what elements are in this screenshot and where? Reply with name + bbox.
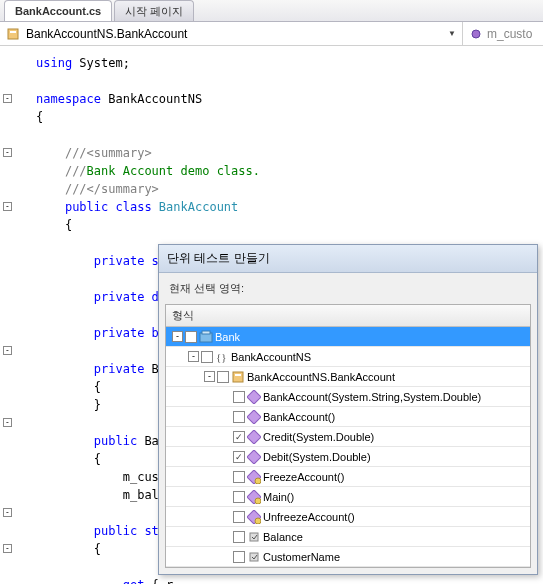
- tree-label: BankAccountNS.BankAccount: [247, 371, 395, 383]
- tree-row[interactable]: Debit(System.Double): [166, 447, 530, 467]
- tree-checkbox[interactable]: [233, 411, 245, 423]
- type-tree[interactable]: -Bank-BankAccountNS-BankAccountNS.BankAc…: [166, 327, 530, 567]
- tree-checkbox[interactable]: [233, 491, 245, 503]
- class-dropdown[interactable]: BankAccountNS.BankAccount ▼: [0, 22, 463, 45]
- tree-label: CustomerName: [263, 551, 340, 563]
- tree-row[interactable]: BankAccount(): [166, 407, 530, 427]
- class-icon: [231, 370, 245, 384]
- chevron-down-icon: ▼: [448, 29, 456, 38]
- method-icon: [247, 430, 261, 444]
- tree-row[interactable]: UnfreezeAccount(): [166, 507, 530, 527]
- tree-row[interactable]: CustomerName: [166, 547, 530, 567]
- tree-checkbox[interactable]: [233, 391, 245, 403]
- dialog-title: 단위 테스트 만들기: [159, 245, 537, 273]
- property-icon: [247, 530, 261, 544]
- tree-row[interactable]: FreezeAccount(): [166, 467, 530, 487]
- tree-label: BankAccount(): [263, 411, 335, 423]
- tree-label: UnfreezeAccount(): [263, 511, 355, 523]
- tree-row[interactable]: -BankAccountNS: [166, 347, 530, 367]
- tree-row[interactable]: Main(): [166, 487, 530, 507]
- method-priv-icon: [247, 510, 261, 524]
- fold-toggle[interactable]: -: [3, 346, 12, 355]
- fold-toggle[interactable]: -: [3, 202, 12, 211]
- tree-label: FreezeAccount(): [263, 471, 344, 483]
- tree-row[interactable]: Balance: [166, 527, 530, 547]
- fold-toggle[interactable]: -: [3, 508, 12, 517]
- tree-row[interactable]: Credit(System.Double): [166, 427, 530, 447]
- tree-label: Credit(System.Double): [263, 431, 374, 443]
- tree-checkbox[interactable]: [233, 511, 245, 523]
- property-icon: [247, 550, 261, 564]
- tree-row[interactable]: -Bank: [166, 327, 530, 347]
- method-priv-icon: [247, 490, 261, 504]
- dialog-subtitle: 현재 선택 영역:: [159, 273, 537, 304]
- type-tree-grid: 형식 -Bank-BankAccountNS-BankAccountNS.Ban…: [165, 304, 531, 568]
- fold-toggle[interactable]: -: [3, 544, 12, 553]
- tree-label: BankAccount(System.String,System.Double): [263, 391, 481, 403]
- create-unit-test-dialog: 단위 테스트 만들기 현재 선택 영역: 형식 -Bank-BankAccoun…: [158, 244, 538, 575]
- class-icon: [6, 27, 20, 41]
- assembly-icon: [199, 330, 213, 344]
- expand-toggle[interactable]: -: [204, 371, 215, 382]
- tree-checkbox[interactable]: [217, 371, 229, 383]
- navigation-bar: BankAccountNS.BankAccount ▼ m_custo: [0, 22, 543, 46]
- tree-checkbox[interactable]: [185, 331, 197, 343]
- fold-toggle[interactable]: -: [3, 418, 12, 427]
- tree-checkbox[interactable]: [233, 431, 245, 443]
- namespace-icon: [215, 350, 229, 364]
- fold-toggle[interactable]: -: [3, 148, 12, 157]
- tree-label: BankAccountNS: [231, 351, 311, 363]
- tree-checkbox[interactable]: [233, 551, 245, 563]
- method-icon: [247, 450, 261, 464]
- expand-toggle[interactable]: -: [172, 331, 183, 342]
- tree-checkbox[interactable]: [233, 531, 245, 543]
- tab-strip: BankAccount.cs 시작 페이지: [0, 0, 543, 22]
- tab-bankaccount[interactable]: BankAccount.cs: [4, 0, 112, 21]
- tree-checkbox[interactable]: [233, 471, 245, 483]
- grid-header: 형식: [166, 305, 530, 327]
- tree-label: Main(): [263, 491, 294, 503]
- tree-checkbox[interactable]: [201, 351, 213, 363]
- tree-row[interactable]: -BankAccountNS.BankAccount: [166, 367, 530, 387]
- tab-startpage[interactable]: 시작 페이지: [114, 0, 194, 21]
- tree-row[interactable]: BankAccount(System.String,System.Double): [166, 387, 530, 407]
- tree-checkbox[interactable]: [233, 451, 245, 463]
- tree-label: Bank: [215, 331, 240, 343]
- expand-toggle[interactable]: -: [188, 351, 199, 362]
- method-priv-icon: [247, 470, 261, 484]
- tree-label: Balance: [263, 531, 303, 543]
- method-icon: [247, 410, 261, 424]
- member-dropdown[interactable]: m_custo: [463, 22, 543, 45]
- fold-toggle[interactable]: -: [3, 94, 12, 103]
- method-icon: [247, 390, 261, 404]
- field-icon: [469, 27, 483, 41]
- tree-label: Debit(System.Double): [263, 451, 371, 463]
